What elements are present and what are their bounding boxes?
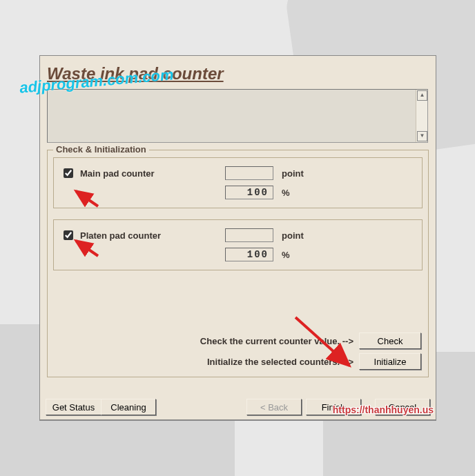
annotation-arrow-icon: [290, 312, 359, 374]
initialize-button[interactable]: Initialize: [359, 353, 421, 370]
main-pad-box: Main pad counter point 100 %: [53, 157, 423, 208]
watermark-text: https://thanhhuyen.us: [333, 404, 434, 415]
get-status-button[interactable]: Get Status: [46, 399, 101, 415]
action-area: Check the current counter value. --> Che…: [55, 328, 421, 370]
main-pad-pct-unit: %: [282, 188, 290, 198]
annotation-arrow-icon: [69, 238, 104, 259]
cleaning-button[interactable]: Cleaning: [101, 399, 156, 415]
check-button[interactable]: Check: [359, 333, 421, 349]
main-pad-pct-value: 100: [225, 186, 273, 199]
platen-pad-point-unit: point: [282, 230, 304, 241]
group-legend: Check & Initialization: [53, 144, 149, 155]
annotation-arrow-icon: [69, 188, 104, 209]
check-init-group: Check & Initialization Main pad counter …: [47, 150, 429, 377]
scrollbar[interactable]: ▲ ▼: [416, 90, 427, 142]
svg-line-0: [76, 191, 98, 206]
log-textarea[interactable]: ▲ ▼: [47, 89, 428, 143]
platen-pad-pct-value: 100: [225, 248, 273, 261]
svg-line-1: [76, 241, 98, 256]
scroll-down-icon[interactable]: ▼: [417, 131, 427, 141]
main-pad-point-value: [225, 166, 273, 180]
platen-pad-box: Platen pad counter point 100 %: [53, 219, 423, 270]
platen-pad-pct-unit: %: [282, 250, 290, 260]
main-pad-point-unit: point: [282, 168, 304, 179]
scroll-up-icon[interactable]: ▲: [417, 90, 427, 101]
platen-pad-point-value: [225, 228, 273, 242]
main-pad-checkbox[interactable]: [64, 168, 73, 178]
main-pad-label: Main pad counter: [80, 168, 225, 179]
back-button: < Back: [246, 399, 302, 415]
svg-line-2: [295, 317, 349, 366]
